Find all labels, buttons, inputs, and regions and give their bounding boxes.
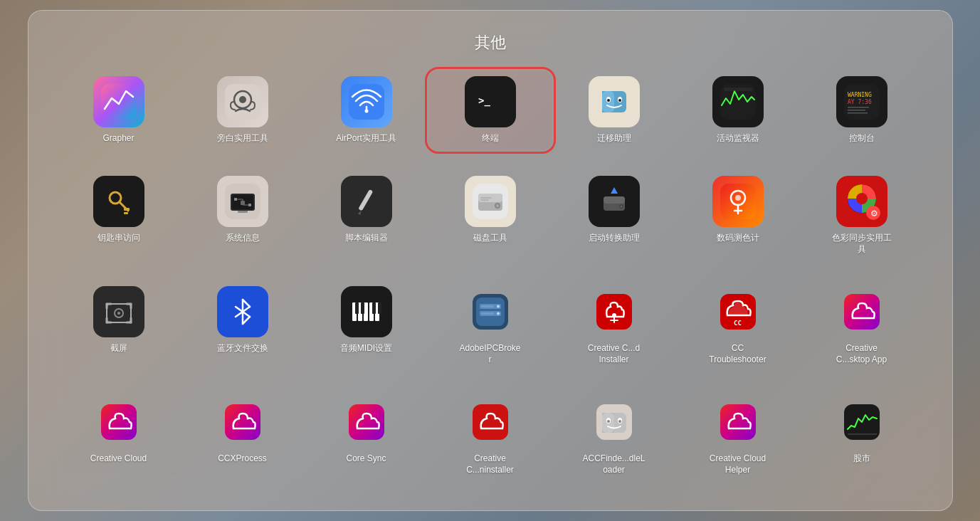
svg-point-46 [496,204,499,207]
cctrouble-label: CC Troubleshooter [706,343,770,365]
svg-rect-99 [481,305,494,307]
bootcamp-label: 启动转换助理 [589,233,640,244]
app-activity[interactable]: 活动监视器 [676,70,800,150]
creativecloud-icon [93,396,144,448]
bluetooth-label: 蓝牙文件交换 [217,343,268,354]
bluetooth-icon [217,286,268,337]
grapher-label: Grapher [102,133,134,144]
svg-text:AY 7:36: AY 7:36 [848,99,872,105]
svg-rect-90 [361,302,364,314]
svg-point-118 [607,420,610,423]
adobepcbroker-icon [465,286,516,337]
ccdesktop-icon [836,286,887,337]
terminal-icon: >_ [465,76,516,127]
disk-label: 磁盘工具 [473,233,507,244]
stocks-icon [836,396,887,448]
folder-window: 其他 Grapher [28,10,953,510]
app-colormeter[interactable]: 数码测色计 [676,170,800,260]
migration-icon [589,76,640,127]
app-sysinfo[interactable]: 系统信息 [181,170,305,260]
app-console[interactable]: WARNING AY 7:36 控制台 [800,70,924,150]
accfinder-icon [589,396,640,448]
audiomidi-icon [341,286,392,337]
app-colorsync[interactable]: ⚙ 色彩同步实用工具 [800,170,924,260]
keychain-icon [93,176,144,227]
svg-point-119 [618,420,621,423]
app-adobepcbroker[interactable]: AdobeIPCBroker [428,280,552,371]
disk-icon [465,176,516,227]
screenshot-label: 截屏 [110,343,127,354]
creativecloud-label: Creative Cloud [90,453,147,465]
ccxprocess-icon [217,396,268,448]
svg-point-59 [735,195,741,201]
cinstaller-icon [465,396,516,448]
app-bluetooth[interactable]: 蓝牙文件交换 [181,280,305,371]
script-icon [341,176,392,227]
app-disk[interactable]: 磁盘工具 [428,170,552,260]
console-icon: WARNING AY 7:36 [836,76,887,127]
app-airport[interactable]: AirPort实用工具 [305,70,428,150]
app-stocks[interactable]: 股市 [800,391,924,481]
activity-label: 活动监视器 [717,133,759,144]
colorsync-label: 色彩同步实用工具 [830,233,894,255]
app-grid: Grapher 旁白实用工具 [57,70,924,481]
migration-label: 迁移助理 [597,133,631,144]
app-paibi[interactable]: 旁白实用工具 [181,70,305,150]
app-ccinstaller[interactable]: Creative C...d Installer [552,280,676,371]
svg-point-3 [239,96,246,103]
svg-rect-28 [124,212,128,214]
coresync-icon [341,396,392,448]
app-coresync[interactable]: Core Sync [305,391,428,481]
app-screenshot[interactable]: 截屏 [57,280,181,371]
app-ccxprocess[interactable]: CCXProcess [181,391,305,481]
svg-rect-100 [481,312,494,315]
grapher-icon [93,76,144,127]
audiomidi-label: 音频MIDI设置 [340,343,392,354]
app-ccdesktop[interactable]: Creative C...sktop App [800,280,924,371]
colormeter-label: 数码测色计 [717,233,759,244]
app-creativecloud[interactable]: Creative Cloud [57,391,181,481]
svg-point-5 [364,110,368,113]
svg-point-97 [497,305,500,308]
cchelper-label: Creative Cloud Helper [706,453,770,475]
svg-text:⚙: ⚙ [870,209,878,219]
coresync-label: Core Sync [346,453,386,465]
app-script[interactable]: 脚本编辑器 [305,170,428,260]
svg-rect-101 [596,294,632,330]
app-cctrouble[interactable]: CC CC Troubleshooter [676,280,800,371]
app-audiomidi[interactable]: 音频MIDI设置 [305,280,428,371]
svg-rect-92 [378,302,381,314]
ccinstaller-label: Creative C...d Installer [582,343,646,365]
svg-point-76 [117,312,120,315]
svg-rect-35 [234,198,237,201]
svg-rect-37 [241,201,245,205]
terminal-label: 终端 [482,133,499,144]
airport-label: AirPort实用工具 [336,133,396,144]
app-terminal[interactable]: >_ 终端 [428,70,552,150]
app-bootcamp[interactable]: 启动转换助理 [552,170,676,260]
sysinfo-label: 系统信息 [226,233,260,244]
adobepcbroker-label: AdobeIPCBroker [458,343,522,365]
screenshot-icon [93,286,144,337]
svg-text:WARNING: WARNING [848,92,872,98]
sysinfo-icon [217,176,268,227]
paibi-icon [217,76,268,127]
folder-title: 其他 [57,32,924,53]
script-label: 脚本编辑器 [345,233,388,244]
app-accfinder[interactable]: ACCFinde...dleLoader [552,391,676,481]
app-cchelper[interactable]: Creative Cloud Helper [676,391,800,481]
app-keychain[interactable]: 钥匙串访问 [57,170,181,260]
svg-rect-21 [848,107,869,108]
svg-text:>_: >_ [478,95,490,107]
app-grapher[interactable]: Grapher [57,70,181,150]
svg-rect-0 [101,84,137,120]
svg-point-53 [620,206,622,208]
bootcamp-icon [589,176,640,227]
app-migration[interactable]: 迁移助理 [552,70,676,150]
svg-rect-91 [372,302,376,314]
cctrouble-icon: CC [712,286,764,337]
app-cinstaller[interactable]: Creative C...ninstaller [428,391,552,481]
colormeter-icon [712,176,764,227]
console-label: 控制台 [849,133,875,144]
keychain-label: 钥匙串访问 [98,233,140,244]
